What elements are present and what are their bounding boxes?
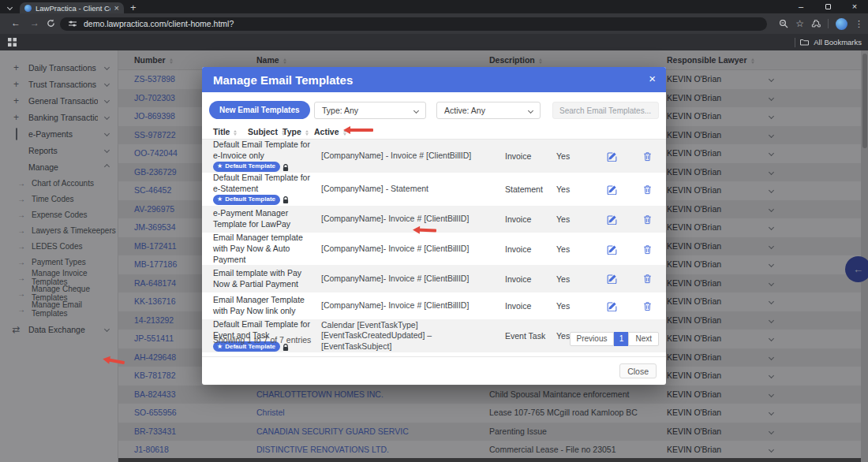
pagination: Previous 1 Next (570, 332, 659, 346)
sort-icon[interactable] (305, 129, 309, 137)
tab-title: LawPractica - Client Centre (36, 4, 110, 13)
chevron-down-icon (528, 107, 533, 113)
template-type-cell: Statement (505, 184, 550, 194)
edit-icon[interactable] (600, 184, 623, 195)
browser-window: LawPractica - Client Centre × + – × ← → … (0, 0, 868, 462)
bookmarks-bar: All Bookmarks (0, 34, 868, 50)
all-bookmarks-label[interactable]: All Bookmarks (814, 38, 862, 47)
toolbar-divider (828, 19, 829, 28)
edit-icon[interactable] (600, 300, 623, 311)
close-icon[interactable]: × (649, 72, 656, 85)
new-email-templates-button[interactable]: New Email Templates (209, 101, 310, 119)
template-type-cell: Invoice (505, 301, 550, 311)
template-title-cell: Email Manager template with Pay Now & Au… (213, 233, 316, 265)
type-filter-select[interactable]: Type: Any (314, 102, 426, 119)
modal-title: Manage Email Templates (213, 73, 353, 87)
column-header-subject[interactable]: Subject (248, 125, 285, 140)
template-active-cell: Yes (556, 301, 592, 311)
extensions-icon[interactable] (811, 19, 821, 28)
template-row: Email template with Pay Now & Partial Pa… (202, 265, 666, 292)
annotation-arrow-modal-title (346, 129, 373, 132)
template-subject-cell: [CompanyName]- Invoice # [ClientBillID] (321, 214, 499, 225)
delete-icon[interactable] (635, 214, 659, 225)
bookmark-star-icon[interactable]: ☆ (795, 18, 804, 29)
new-tab-button[interactable]: + (130, 2, 137, 13)
template-title-cell: Email template with Pay Now & Partial Pa… (213, 268, 316, 289)
showing-entries-text: Showing 1 to 7 of 7 entries (213, 335, 311, 345)
template-subject-cell: [CompanyName] - Statement (321, 184, 499, 195)
sort-icon[interactable] (234, 129, 237, 137)
modal-footer-divider (202, 356, 666, 357)
pagination-next-button[interactable]: Next (628, 332, 659, 346)
template-row: Default Email Template for e-Invoice onl… (202, 140, 666, 173)
modal-header: Manage Email Templates × (202, 67, 666, 92)
template-active-cell: Yes (556, 274, 592, 284)
template-subject-cell: [CompanyName]- Invoice # [ClientBillID] (321, 300, 499, 311)
url-bar[interactable]: demo.lawpractica.com/client-home.html? (60, 17, 767, 31)
window-controls: – × (788, 0, 868, 13)
browser-menu-icon[interactable]: ⋮ (855, 19, 863, 29)
bookmarks-divider (795, 38, 795, 47)
template-type-cell: Invoice (505, 151, 550, 161)
templates-table-body: Default Email Template for e-Invoice onl… (202, 140, 666, 352)
manage-email-templates-modal: Manage Email Templates × New Email Templ… (202, 67, 666, 385)
template-title-cell: Default Email Template for e-Statement ★… (213, 173, 316, 206)
delete-icon[interactable] (635, 274, 659, 285)
template-type-cell: Invoice (505, 274, 550, 284)
template-title-cell: Default Email Template for e-Invoice onl… (213, 140, 316, 173)
close-button[interactable]: Close (619, 363, 657, 378)
column-header-title[interactable]: Title (213, 125, 237, 140)
tab-close-icon[interactable]: × (114, 4, 119, 12)
template-active-cell: Yes (556, 214, 592, 224)
window-minimize-button[interactable]: – (788, 0, 814, 13)
delete-icon[interactable] (635, 184, 659, 195)
active-filter-select[interactable]: Active: Any (436, 102, 541, 119)
column-header-type[interactable]: Type (282, 125, 309, 140)
pagination-page-1-button[interactable]: 1 (614, 332, 628, 346)
chevron-down-icon (413, 107, 419, 113)
zoom-icon[interactable] (779, 19, 788, 28)
search-templates-input[interactable] (552, 102, 659, 119)
window-close-button[interactable]: × (841, 0, 868, 13)
template-type-cell: Invoice (505, 214, 550, 224)
delete-icon[interactable] (635, 151, 659, 162)
app-content: +Daily Transactions +Trust Transactions … (0, 50, 868, 462)
browser-tab-strip: LawPractica - Client Centre × + – × (0, 0, 868, 13)
tab-search-chevron-icon[interactable] (7, 5, 13, 10)
url-text: demo.lawpractica.com/client-home.html? (84, 19, 234, 28)
template-row: Email Manager template with Pay Now & Au… (202, 233, 666, 265)
template-active-cell: Yes (556, 244, 592, 254)
folder-icon (800, 39, 809, 46)
template-active-cell: Yes (556, 151, 592, 161)
profile-avatar[interactable] (836, 18, 847, 30)
default-template-badge: ★Default Template (213, 195, 280, 205)
back-icon[interactable]: ← (11, 17, 21, 28)
delete-icon[interactable] (635, 244, 659, 255)
delete-icon[interactable] (635, 300, 659, 311)
edit-icon[interactable] (600, 244, 623, 255)
site-favicon (24, 5, 32, 12)
templates-table-header: Title Subject Type Active (202, 125, 666, 140)
browser-tab[interactable]: LawPractica - Client Centre × (20, 2, 124, 13)
template-title-cell: Email Manager Template with Pay Now link… (213, 295, 316, 316)
annotation-arrow-statement-subject (416, 229, 436, 233)
template-type-cell: Invoice (505, 244, 550, 254)
window-restore-button[interactable] (814, 0, 841, 13)
pagination-previous-button[interactable]: Previous (570, 332, 615, 346)
edit-icon[interactable] (600, 274, 623, 285)
template-subject-cell: [CompanyName] - Invoice # [ClientBillID] (321, 151, 499, 162)
template-row: Email Manager Template with Pay Now link… (202, 292, 666, 320)
edit-icon[interactable] (600, 214, 623, 225)
template-type-cell: Event Task (505, 331, 550, 341)
forward-icon[interactable]: → (30, 17, 39, 28)
template-subject-cell: [CompanyName]- Invoice # [ClientBillID] (321, 244, 499, 255)
site-settings-icon[interactable] (68, 19, 77, 28)
template-title-cell: e-Payment Manager Template for LawPay (213, 208, 316, 229)
edit-icon[interactable] (600, 151, 623, 162)
refresh-icon[interactable] (47, 19, 55, 28)
browser-toolbar: ← → demo.lawpractica.com/client-home.htm… (0, 13, 868, 34)
apps-grid-icon[interactable] (8, 38, 17, 47)
lock-icon (282, 195, 289, 204)
template-subject-cell: Calendar [EventTaskType] [EventTaskCreat… (321, 320, 499, 352)
default-template-badge: ★Default Template (213, 162, 280, 172)
